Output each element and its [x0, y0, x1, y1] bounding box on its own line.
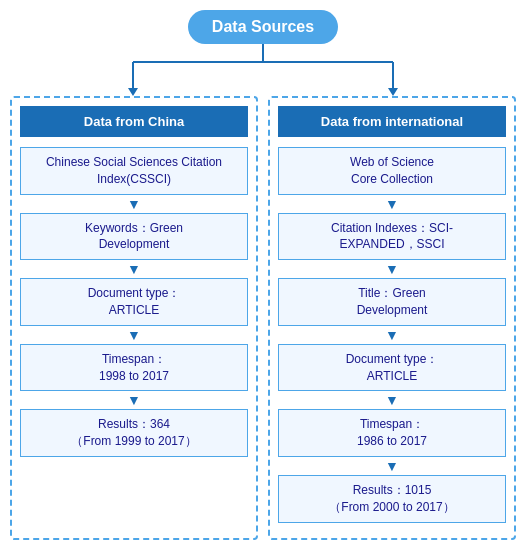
right-box-4: Timespan：1986 to 2017: [278, 409, 506, 457]
right-box-0: Web of ScienceCore Collection: [278, 147, 506, 195]
right-arrow-0: [385, 195, 399, 213]
right-box-2: Title：GreenDevelopment: [278, 278, 506, 326]
left-arrow-2: [127, 326, 141, 344]
right-box-3: Document type：ARTICLE: [278, 344, 506, 392]
right-arrow-1: [385, 260, 399, 278]
left-box-4: Results：364（From 1999 to 2017）: [20, 409, 248, 457]
right-box-5: Results：1015（From 2000 to 2017）: [278, 475, 506, 523]
left-box-1: Keywords：GreenDevelopment: [20, 213, 248, 261]
columns: Data from China Chinese Social Sciences …: [10, 96, 516, 540]
left-box-3: Timespan：1998 to 2017: [20, 344, 248, 392]
top-node: Data Sources: [188, 10, 338, 44]
right-column: Data from international Web of ScienceCo…: [268, 96, 516, 540]
right-column-header: Data from international: [278, 106, 506, 137]
svg-marker-4: [128, 88, 138, 96]
left-arrow-0: [127, 195, 141, 213]
top-node-label: Data Sources: [212, 18, 314, 35]
left-column: Data from China Chinese Social Sciences …: [10, 96, 258, 540]
left-arrow-1: [127, 260, 141, 278]
top-connectors: [0, 44, 526, 96]
right-arrow-4: [385, 457, 399, 475]
left-column-header: Data from China: [20, 106, 248, 137]
right-arrow-3: [385, 391, 399, 409]
left-box-0: Chinese Social Sciences Citation Index(C…: [20, 147, 248, 195]
left-box-2: Document type：ARTICLE: [20, 278, 248, 326]
diagram: Data Sources Data from China Chinese Soc…: [0, 0, 526, 550]
left-arrow-3: [127, 391, 141, 409]
right-box-1: Citation Indexes：SCI-EXPANDED，SSCI: [278, 213, 506, 261]
svg-marker-5: [388, 88, 398, 96]
right-arrow-2: [385, 326, 399, 344]
